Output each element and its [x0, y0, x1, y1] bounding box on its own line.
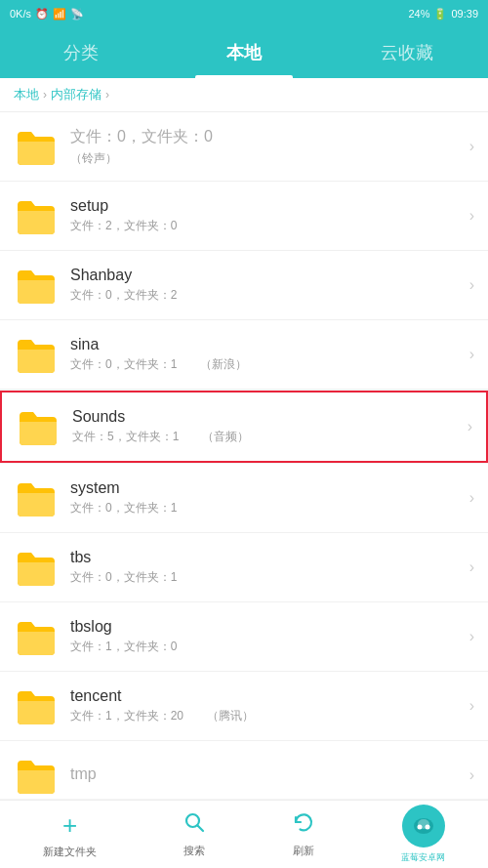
refresh-icon [292, 810, 315, 840]
nav-search-label: 搜索 [183, 844, 205, 858]
folder-icon-setup [14, 193, 59, 238]
file-meta-tbs: 文件：0，文件夹：1 [70, 569, 469, 586]
file-info-tmp: tmp [70, 765, 469, 786]
list-item-setup[interactable]: setup 文件：2，文件夹：0 › [0, 182, 488, 251]
folder-icon-tbslog [14, 614, 59, 659]
list-item-ringtones[interactable]: 文件：0，文件夹：0 （铃声） › [0, 112, 488, 182]
file-name-tmp: tmp [70, 765, 469, 783]
svg-point-4 [417, 825, 422, 830]
file-name-sounds: Sounds [72, 408, 468, 426]
search-icon [183, 810, 206, 840]
file-meta-system: 文件：0，文件夹：1 [70, 500, 469, 517]
breadcrumb-local[interactable]: 本地 [14, 86, 39, 103]
chevron-sounds: › [468, 418, 472, 435]
folder-icon-shanbay [14, 263, 59, 308]
chevron-tbslog: › [469, 628, 474, 645]
file-info-sina: sina 文件：0，文件夹：1 （新浪） [70, 336, 469, 373]
signal-icon: 📡 [70, 8, 84, 21]
svg-line-1 [198, 826, 204, 832]
status-left: 0K/s ⏰ 📶 📡 [10, 8, 84, 21]
breadcrumb-sep-2: › [105, 88, 109, 102]
breadcrumb-sep-1: › [43, 88, 47, 102]
file-info-tbslog: tbslog 文件：1，文件夹：0 [70, 618, 469, 655]
nav-search[interactable]: 搜索 [183, 810, 206, 858]
file-info-ringtones: 文件：0，文件夹：0 （铃声） [70, 127, 469, 167]
network-speed: 0K/s [10, 8, 31, 20]
list-item-system[interactable]: system 文件：0，文件夹：1 › [0, 464, 488, 533]
bottom-nav: + 新建文件夹 搜索 刷新 蓝莓安卓网 [0, 800, 488, 868]
logo-text: 蓝莓安卓网 [401, 851, 445, 864]
file-info-shanbay: Shanbay 文件：0，文件夹：2 [70, 267, 469, 304]
clock-icon: ⏰ [35, 8, 49, 21]
chevron-system: › [469, 489, 474, 507]
nav-new-folder[interactable]: + 新建文件夹 [43, 810, 97, 859]
status-bar: 0K/s ⏰ 📶 📡 24% 🔋 09:39 [0, 0, 488, 27]
breadcrumb-internal[interactable]: 内部存储 [51, 86, 102, 103]
list-item-sounds[interactable]: Sounds 文件：5，文件夹：1 （音频） › [0, 391, 488, 463]
file-info-system: system 文件：0，文件夹：1 [70, 479, 469, 517]
battery-icon: 🔋 [433, 8, 447, 21]
nav-refresh[interactable]: 刷新 [292, 810, 315, 858]
time-display: 09:39 [451, 8, 478, 20]
tab-cloud[interactable]: 云收藏 [325, 27, 488, 78]
tab-classify[interactable]: 分类 [0, 27, 163, 78]
chevron-sina: › [469, 346, 474, 363]
breadcrumb: 本地 › 内部存储 › [0, 78, 488, 112]
logo-icon [402, 805, 445, 847]
list-item-shanbay[interactable]: Shanbay 文件：0，文件夹：2 › [0, 251, 488, 320]
chevron-tbs: › [469, 558, 474, 576]
file-name-sina: sina [70, 336, 469, 353]
file-meta-sina: 文件：0，文件夹：1 （新浪） [70, 356, 469, 373]
tab-classify-label: 分类 [63, 41, 99, 64]
nav-refresh-label: 刷新 [293, 844, 314, 858]
wifi-icon: 📶 [53, 8, 66, 21]
list-item-sina[interactable]: sina 文件：0，文件夹：1 （新浪） › [0, 320, 488, 390]
chevron-shanbay: › [469, 276, 474, 294]
file-name-setup: setup [70, 197, 469, 215]
chevron-ringtones: › [469, 138, 474, 155]
chevron-tencent: › [469, 697, 474, 715]
list-item-tmp[interactable]: tmp › [0, 741, 488, 799]
file-name-shanbay: Shanbay [70, 267, 469, 284]
file-list: 文件：0，文件夹：0 （铃声） › setup 文件：2，文件夹：0 › Sha… [0, 112, 488, 799]
file-name-tbs: tbs [70, 549, 469, 566]
file-info-tencent: tencent 文件：1，文件夹：20 （腾讯） [70, 687, 469, 724]
file-info-tbs: tbs 文件：0，文件夹：1 [70, 549, 469, 586]
file-meta-ringtones: （铃声） [70, 150, 469, 167]
file-info-sounds: Sounds 文件：5，文件夹：1 （音频） [72, 408, 468, 445]
battery-percent: 24% [408, 8, 429, 20]
tab-local-label: 本地 [226, 41, 262, 64]
nav-new-folder-label: 新建文件夹 [43, 845, 97, 859]
folder-icon-tencent [14, 683, 59, 728]
svg-point-5 [425, 825, 429, 830]
list-item-tbslog[interactable]: tbslog 文件：1，文件夹：0 › [0, 602, 488, 672]
tab-bar: 分类 本地 云收藏 [0, 27, 488, 78]
folder-icon-sounds [16, 404, 61, 449]
folder-icon-sina [14, 332, 59, 377]
file-meta-tbslog: 文件：1，文件夹：0 [70, 639, 469, 655]
logo-area: 蓝莓安卓网 [401, 805, 445, 864]
tab-cloud-label: 云收藏 [381, 41, 433, 64]
plus-icon: + [62, 810, 77, 841]
folder-icon-system [14, 475, 59, 520]
list-item-tencent[interactable]: tencent 文件：1，文件夹：20 （腾讯） › [0, 672, 488, 741]
chevron-setup: › [469, 207, 474, 225]
folder-icon-tmp [14, 753, 59, 798]
chevron-tmp: › [469, 766, 474, 784]
file-name-system: system [70, 479, 469, 497]
folder-icon-tbs [14, 545, 59, 590]
file-meta-tencent: 文件：1，文件夹：20 （腾讯） [70, 708, 469, 724]
list-item-tbs[interactable]: tbs 文件：0，文件夹：1 › [0, 533, 488, 602]
file-meta-setup: 文件：2，文件夹：0 [70, 218, 469, 234]
file-name-ringtones: 文件：0，文件夹：0 [70, 127, 469, 147]
file-meta-sounds: 文件：5，文件夹：1 （音频） [72, 429, 468, 445]
file-name-tencent: tencent [70, 687, 469, 705]
status-right: 24% 🔋 09:39 [408, 8, 478, 21]
folder-icon-ringtones [14, 124, 59, 169]
file-name-tbslog: tbslog [70, 618, 469, 636]
tab-local[interactable]: 本地 [163, 27, 326, 78]
file-meta-shanbay: 文件：0，文件夹：2 [70, 287, 469, 304]
file-info-setup: setup 文件：2，文件夹：0 [70, 197, 469, 234]
